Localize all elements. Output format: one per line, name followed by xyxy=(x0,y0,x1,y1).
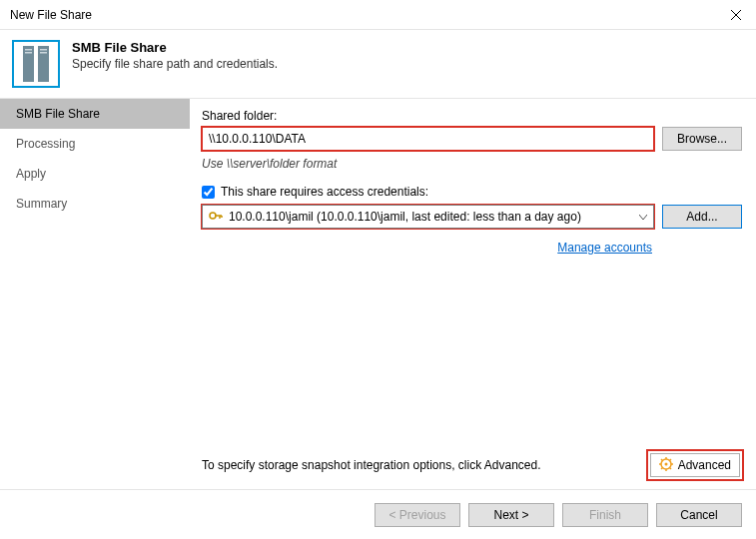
dialog-header: SMB File Share Specify file share path a… xyxy=(0,30,756,99)
cancel-button[interactable]: Cancel xyxy=(656,503,742,527)
sidebar-item-processing[interactable]: Processing xyxy=(0,129,190,159)
svg-line-13 xyxy=(661,459,663,461)
svg-rect-0 xyxy=(23,46,34,82)
add-credentials-button[interactable]: Add... xyxy=(662,205,742,229)
close-icon xyxy=(731,10,741,20)
header-subtitle: Specify file share path and credentials. xyxy=(72,57,278,71)
svg-line-14 xyxy=(669,467,671,469)
content-pane: Shared folder: Browse... Use \\server\fo… xyxy=(190,99,756,489)
dialog-window: New File Share SMB File Share Specify fi… xyxy=(0,0,756,539)
close-button[interactable] xyxy=(716,0,756,30)
header-text: SMB File Share Specify file share path a… xyxy=(72,40,278,71)
gear-icon xyxy=(659,457,673,474)
manage-accounts-link[interactable]: Manage accounts xyxy=(557,241,652,255)
credentials-checkbox[interactable] xyxy=(202,186,215,199)
previous-button: < Previous xyxy=(375,503,460,527)
dialog-body: SMB File Share Processing Apply Summary … xyxy=(0,99,756,489)
svg-rect-4 xyxy=(40,49,47,51)
dialog-footer: < Previous Next > Finish Cancel xyxy=(0,489,756,539)
credentials-checkbox-label: This share requires access credentials: xyxy=(221,185,428,199)
header-icon-frame xyxy=(12,40,60,88)
key-icon xyxy=(209,210,223,225)
window-title: New File Share xyxy=(10,8,92,22)
next-button[interactable]: Next > xyxy=(468,503,554,527)
chevron-down-icon xyxy=(639,210,647,224)
credentials-dropdown[interactable]: 10.0.0.110\jamil (10.0.0.110\jamil, last… xyxy=(202,205,654,229)
svg-line-15 xyxy=(661,467,663,469)
server-icon xyxy=(21,46,51,82)
header-title: SMB File Share xyxy=(72,40,278,55)
svg-line-16 xyxy=(669,459,671,461)
advanced-button-label: Advanced xyxy=(678,458,731,472)
credentials-checkbox-row: This share requires access credentials: xyxy=(202,185,742,199)
svg-point-8 xyxy=(664,462,667,465)
shared-folder-input[interactable] xyxy=(202,127,654,151)
advanced-button[interactable]: Advanced xyxy=(650,453,740,477)
advanced-hint: To specify storage snapshot integration … xyxy=(202,458,541,472)
svg-rect-5 xyxy=(40,52,47,54)
sidebar: SMB File Share Processing Apply Summary xyxy=(0,99,190,489)
titlebar: New File Share xyxy=(0,0,756,30)
browse-button[interactable]: Browse... xyxy=(662,127,742,151)
shared-folder-label: Shared folder: xyxy=(202,109,742,123)
sidebar-item-apply[interactable]: Apply xyxy=(0,159,190,189)
finish-button: Finish xyxy=(562,503,648,527)
svg-rect-3 xyxy=(25,52,32,54)
sidebar-item-smb-file-share[interactable]: SMB File Share xyxy=(0,99,190,129)
svg-rect-2 xyxy=(25,49,32,51)
sidebar-item-summary[interactable]: Summary xyxy=(0,189,190,219)
svg-rect-1 xyxy=(38,46,49,82)
credentials-selected-text: 10.0.0.110\jamil (10.0.0.110\jamil, last… xyxy=(229,210,581,224)
path-format-hint: Use \\server\folder format xyxy=(202,157,742,171)
